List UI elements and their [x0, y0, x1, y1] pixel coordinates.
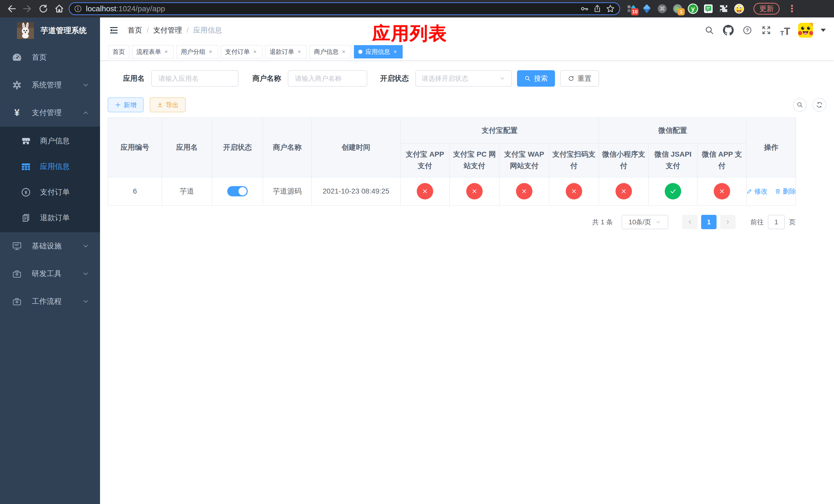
app-name-input[interactable]: [151, 70, 239, 87]
col-header-status: 开启状态: [212, 118, 263, 177]
close-icon[interactable]: ×: [207, 48, 214, 55]
reload-icon[interactable]: [37, 2, 50, 16]
col-header-alipay-qr: 支付宝扫码支付: [549, 143, 599, 177]
tab-merchant-info[interactable]: 商户信息×: [310, 45, 351, 59]
next-page-button[interactable]: [720, 215, 736, 229]
pagination-total: 共 1 条: [592, 217, 613, 227]
reset-button[interactable]: 重置: [560, 70, 599, 87]
app-name-label: 应用名: [123, 74, 145, 83]
page-content: 应用名 商户名称 开启状态 请选择开启状态 搜索 重置: [100, 61, 834, 229]
close-icon[interactable]: ×: [252, 48, 258, 55]
forward-icon[interactable]: [21, 2, 35, 16]
search-button[interactable]: 搜索: [517, 70, 555, 87]
tags-view: 首页 流程表单× 用户分组× 支付订单× 退款订单× 商户信息× 应用信息×: [100, 43, 834, 61]
refresh-table-button[interactable]: [812, 98, 826, 112]
status-alipay-app: [417, 183, 433, 200]
page-info-icon[interactable]: [73, 4, 82, 13]
svg-text:y: y: [691, 5, 695, 12]
extension-chat-icon[interactable]: [703, 3, 714, 14]
add-button[interactable]: 新增: [108, 97, 144, 112]
pencil-icon: [746, 188, 752, 194]
bookmark-star-icon[interactable]: [606, 4, 615, 14]
chevron-right-icon: [725, 219, 731, 225]
url-text[interactable]: localhost:1024/pay/app: [86, 4, 576, 13]
sidebar-item-workflow[interactable]: 工作流程: [0, 288, 100, 315]
export-button[interactable]: 导出: [150, 97, 186, 112]
tab-home[interactable]: 首页: [108, 45, 129, 59]
font-size-icon[interactable]: TT: [779, 24, 791, 37]
tab-user-group[interactable]: 用户分组×: [176, 45, 218, 59]
col-header-app-name: 应用名: [162, 118, 212, 177]
page-size-select[interactable]: 10条/页: [622, 215, 668, 229]
extension-y-icon[interactable]: y: [687, 3, 699, 14]
breadcrumb-home[interactable]: 首页: [128, 25, 142, 35]
close-icon[interactable]: ×: [392, 48, 398, 55]
pagination: 共 1 条 10条/页 1 前往 页: [108, 215, 795, 229]
grid-table-icon: [20, 161, 32, 172]
merchant-name-input[interactable]: [288, 70, 367, 87]
extensions-puzzle-icon[interactable]: [718, 3, 729, 14]
sidebar-item-label: 基础设施: [32, 241, 82, 251]
home-icon[interactable]: [52, 2, 66, 16]
active-dot-icon: [358, 50, 363, 54]
search-icon[interactable]: [703, 24, 716, 37]
tab-refund-orders[interactable]: 退款订单×: [265, 45, 307, 59]
extension-command-icon[interactable]: ⌘: [657, 3, 668, 14]
extension-emoji-icon[interactable]: [733, 3, 745, 14]
sidebar-item-payment-orders[interactable]: ¥ 支付订单: [0, 180, 100, 205]
table-toolbar: 新增 导出: [108, 97, 826, 112]
github-icon[interactable]: [722, 24, 734, 37]
sidebar-item-home[interactable]: 首页: [0, 44, 100, 71]
cell-created: 2021-10-23 08:49:25: [312, 177, 400, 205]
browser-update-button[interactable]: 更新: [753, 3, 780, 15]
extension-kite-icon[interactable]: [641, 3, 653, 14]
edit-button[interactable]: 修改: [746, 187, 768, 196]
goto-page-input[interactable]: [768, 215, 785, 229]
sidebar-item-label: 工作流程: [32, 296, 82, 306]
breadcrumb-payment[interactable]: 支付管理: [153, 25, 182, 35]
sidebar-item-payment[interactable]: ¥ 支付管理: [0, 99, 100, 127]
extension-sidekick-icon[interactable]: 10: [626, 3, 637, 14]
sidebar-item-infrastructure[interactable]: 基础设施: [0, 232, 100, 260]
close-icon[interactable]: ×: [163, 48, 169, 55]
key-icon[interactable]: [580, 4, 589, 13]
sidebar-item-label: 首页: [32, 52, 89, 63]
sidebar-item-refund-orders[interactable]: 退款订单: [0, 205, 100, 231]
monitor-chart-icon: [10, 241, 24, 251]
sidebar-item-dev-tools[interactable]: 研发工具: [0, 260, 100, 288]
share-icon[interactable]: [593, 4, 602, 13]
url-bar[interactable]: localhost:1024/pay/app: [69, 2, 620, 15]
browser-menu-icon[interactable]: ⋮: [787, 3, 796, 14]
tab-process-form[interactable]: 流程表单×: [132, 45, 174, 59]
sidebar-fold-icon[interactable]: [108, 25, 119, 36]
caret-down-icon[interactable]: [821, 29, 826, 32]
breadcrumb-separator: /: [187, 26, 189, 35]
col-header-wechat-jsapi: 微信 JSAPI 支付: [649, 143, 697, 177]
chevron-down-icon: [82, 270, 89, 277]
search-form: 应用名 商户名称 开启状态 请选择开启状态 搜索 重置: [123, 70, 826, 87]
fullscreen-icon[interactable]: [760, 24, 772, 37]
status-alipay-wap: [516, 183, 532, 200]
status-select[interactable]: 请选择开启状态: [415, 70, 512, 87]
extension-recorder-icon[interactable]: 1: [672, 3, 683, 14]
sidebar-item-app-info[interactable]: 应用信息: [0, 154, 100, 180]
app-table: 应用编号 应用名 开启状态 商户名称 创建时间 支付宝配置 微信配置 操作 支付…: [108, 117, 796, 206]
help-icon[interactable]: ?: [741, 24, 753, 37]
close-icon[interactable]: ×: [341, 48, 347, 55]
delete-button[interactable]: 删除: [775, 187, 796, 196]
col-header-wechat-app: 微信 APP 支付: [697, 143, 747, 177]
close-icon[interactable]: ×: [296, 48, 302, 55]
status-label: 开启状态: [380, 74, 409, 83]
tab-payment-orders[interactable]: 支付订单×: [221, 45, 262, 59]
prev-page-button[interactable]: [682, 215, 698, 229]
sidebar-item-system[interactable]: 系统管理: [0, 71, 100, 99]
back-icon[interactable]: [5, 2, 19, 16]
enable-toggle[interactable]: [227, 186, 248, 197]
user-avatar[interactable]: [798, 23, 813, 38]
tab-app-info[interactable]: 应用信息×: [354, 45, 403, 59]
storefront-icon: [20, 136, 32, 146]
dashboard-icon: [10, 52, 24, 63]
sidebar-item-merchant-info[interactable]: 商户信息: [0, 128, 100, 154]
hide-search-button[interactable]: [793, 98, 807, 112]
page-number-button[interactable]: 1: [701, 215, 717, 229]
